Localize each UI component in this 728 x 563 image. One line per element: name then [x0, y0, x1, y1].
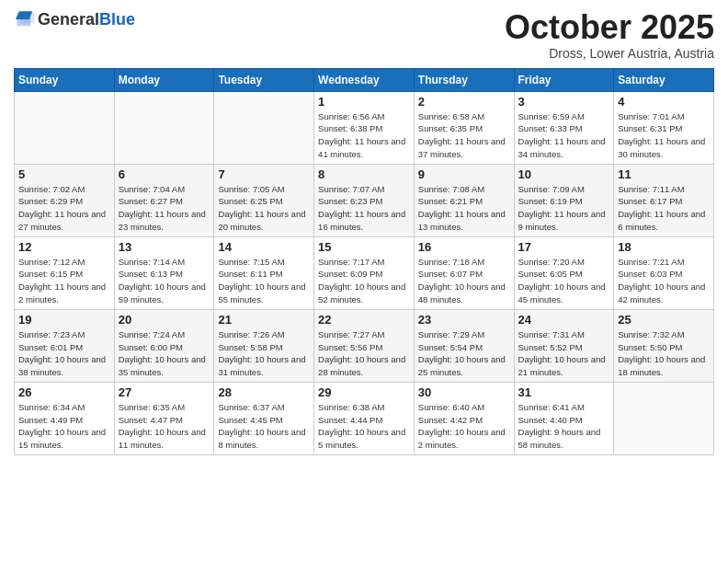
- day-number: 26: [18, 385, 110, 399]
- month-title: October 2025: [505, 9, 714, 46]
- day-number: 18: [618, 240, 710, 254]
- day-number: 31: [518, 385, 610, 399]
- location: Dross, Lower Austria, Austria: [505, 46, 714, 61]
- table-row: 27Sunrise: 6:35 AM Sunset: 4:47 PM Dayli…: [114, 382, 214, 454]
- day-info: Sunrise: 7:05 AM Sunset: 6:25 PM Dayligh…: [218, 183, 310, 234]
- calendar-week-row: 26Sunrise: 6:34 AM Sunset: 4:49 PM Dayli…: [15, 382, 714, 454]
- col-tuesday: Tuesday: [214, 68, 314, 91]
- col-saturday: Saturday: [614, 68, 714, 91]
- col-sunday: Sunday: [15, 68, 115, 91]
- day-info: Sunrise: 7:09 AM Sunset: 6:19 PM Dayligh…: [518, 183, 610, 234]
- header: GeneralBlue October 2025 Dross, Lower Au…: [14, 9, 714, 61]
- table-row: 31Sunrise: 6:41 AM Sunset: 4:40 PM Dayli…: [514, 382, 614, 454]
- table-row: 25Sunrise: 7:32 AM Sunset: 5:50 PM Dayli…: [614, 309, 714, 382]
- calendar-week-row: 12Sunrise: 7:12 AM Sunset: 6:15 PM Dayli…: [15, 236, 714, 309]
- day-number: 23: [418, 313, 510, 327]
- day-number: 5: [18, 167, 110, 181]
- day-info: Sunrise: 7:07 AM Sunset: 6:23 PM Dayligh…: [318, 183, 410, 234]
- day-number: 20: [119, 313, 210, 327]
- table-row: [15, 91, 115, 164]
- day-number: 1: [318, 95, 410, 109]
- logo-general: General: [38, 10, 99, 29]
- day-info: Sunrise: 6:40 AM Sunset: 4:42 PM Dayligh…: [418, 401, 510, 452]
- day-number: 3: [518, 95, 610, 109]
- col-monday: Monday: [114, 68, 214, 91]
- day-number: 28: [218, 385, 310, 399]
- table-row: 7Sunrise: 7:05 AM Sunset: 6:25 PM Daylig…: [214, 164, 314, 236]
- day-number: 19: [18, 313, 110, 327]
- day-info: Sunrise: 7:14 AM Sunset: 6:13 PM Dayligh…: [119, 256, 210, 306]
- table-row: 3Sunrise: 6:59 AM Sunset: 6:33 PM Daylig…: [514, 91, 614, 164]
- table-row: [214, 91, 314, 164]
- table-row: 23Sunrise: 7:29 AM Sunset: 5:54 PM Dayli…: [414, 309, 514, 382]
- table-row: 19Sunrise: 7:23 AM Sunset: 6:01 PM Dayli…: [15, 309, 115, 382]
- day-number: 14: [218, 240, 310, 254]
- day-info: Sunrise: 6:56 AM Sunset: 6:38 PM Dayligh…: [318, 110, 410, 161]
- day-info: Sunrise: 6:41 AM Sunset: 4:40 PM Dayligh…: [518, 401, 610, 452]
- col-friday: Friday: [514, 68, 614, 91]
- day-info: Sunrise: 6:37 AM Sunset: 4:45 PM Dayligh…: [218, 401, 310, 452]
- table-row: 29Sunrise: 6:38 AM Sunset: 4:44 PM Dayli…: [314, 382, 415, 454]
- day-number: 16: [418, 240, 510, 254]
- table-row: 18Sunrise: 7:21 AM Sunset: 6:03 PM Dayli…: [614, 236, 714, 309]
- day-info: Sunrise: 7:32 AM Sunset: 5:50 PM Dayligh…: [618, 328, 710, 379]
- day-info: Sunrise: 7:11 AM Sunset: 6:17 PM Dayligh…: [618, 183, 710, 234]
- day-info: Sunrise: 7:02 AM Sunset: 6:29 PM Dayligh…: [18, 183, 110, 234]
- day-info: Sunrise: 7:26 AM Sunset: 5:58 PM Dayligh…: [218, 328, 310, 379]
- day-number: 29: [318, 385, 410, 399]
- day-number: 4: [618, 95, 710, 109]
- day-number: 24: [518, 313, 610, 327]
- table-row: 9Sunrise: 7:08 AM Sunset: 6:21 PM Daylig…: [414, 164, 514, 236]
- table-row: 14Sunrise: 7:15 AM Sunset: 6:11 PM Dayli…: [214, 236, 314, 309]
- table-row: 10Sunrise: 7:09 AM Sunset: 6:19 PM Dayli…: [514, 164, 614, 236]
- logo-text: GeneralBlue: [38, 10, 135, 29]
- day-number: 27: [119, 385, 210, 399]
- table-row: 17Sunrise: 7:20 AM Sunset: 6:05 PM Dayli…: [514, 236, 614, 309]
- table-row: 12Sunrise: 7:12 AM Sunset: 6:15 PM Dayli…: [15, 236, 115, 309]
- day-number: 6: [119, 167, 210, 181]
- table-row: 8Sunrise: 7:07 AM Sunset: 6:23 PM Daylig…: [314, 164, 415, 236]
- table-row: 6Sunrise: 7:04 AM Sunset: 6:27 PM Daylig…: [114, 164, 214, 236]
- calendar: Sunday Monday Tuesday Wednesday Thursday…: [14, 68, 714, 455]
- table-row: 15Sunrise: 7:17 AM Sunset: 6:09 PM Dayli…: [314, 236, 415, 309]
- logo-icon: [16, 9, 36, 29]
- calendar-week-row: 19Sunrise: 7:23 AM Sunset: 6:01 PM Dayli…: [15, 309, 714, 382]
- day-info: Sunrise: 7:31 AM Sunset: 5:52 PM Dayligh…: [518, 328, 610, 379]
- col-thursday: Thursday: [414, 68, 514, 91]
- calendar-week-row: 1Sunrise: 6:56 AM Sunset: 6:38 PM Daylig…: [15, 91, 714, 164]
- day-number: 10: [518, 167, 610, 181]
- day-info: Sunrise: 7:21 AM Sunset: 6:03 PM Dayligh…: [618, 256, 710, 306]
- day-info: Sunrise: 7:01 AM Sunset: 6:31 PM Dayligh…: [618, 110, 710, 161]
- day-number: 22: [318, 313, 410, 327]
- day-number: 2: [418, 95, 510, 109]
- day-info: Sunrise: 6:38 AM Sunset: 4:44 PM Dayligh…: [318, 401, 410, 452]
- day-number: 25: [618, 313, 710, 327]
- day-number: 21: [218, 313, 310, 327]
- col-wednesday: Wednesday: [314, 68, 415, 91]
- day-info: Sunrise: 7:18 AM Sunset: 6:07 PM Dayligh…: [418, 256, 510, 306]
- day-info: Sunrise: 6:59 AM Sunset: 6:33 PM Dayligh…: [518, 110, 610, 161]
- day-number: 8: [318, 167, 410, 181]
- logo: GeneralBlue: [14, 9, 135, 29]
- day-number: 7: [218, 167, 310, 181]
- table-row: 1Sunrise: 6:56 AM Sunset: 6:38 PM Daylig…: [314, 91, 415, 164]
- table-row: 5Sunrise: 7:02 AM Sunset: 6:29 PM Daylig…: [15, 164, 115, 236]
- table-row: 24Sunrise: 7:31 AM Sunset: 5:52 PM Dayli…: [514, 309, 614, 382]
- table-row: 28Sunrise: 6:37 AM Sunset: 4:45 PM Dayli…: [214, 382, 314, 454]
- day-number: 17: [518, 240, 610, 254]
- day-info: Sunrise: 6:58 AM Sunset: 6:35 PM Dayligh…: [418, 110, 510, 161]
- table-row: [614, 382, 714, 454]
- day-number: 9: [418, 167, 510, 181]
- table-row: 22Sunrise: 7:27 AM Sunset: 5:56 PM Dayli…: [314, 309, 415, 382]
- table-row: 30Sunrise: 6:40 AM Sunset: 4:42 PM Dayli…: [414, 382, 514, 454]
- calendar-header-row: Sunday Monday Tuesday Wednesday Thursday…: [15, 68, 714, 91]
- day-number: 12: [18, 240, 110, 254]
- table-row: 20Sunrise: 7:24 AM Sunset: 6:00 PM Dayli…: [114, 309, 214, 382]
- logo-blue: Blue: [99, 10, 135, 29]
- day-number: 30: [418, 385, 510, 399]
- page: GeneralBlue October 2025 Dross, Lower Au…: [0, 0, 728, 469]
- table-row: 11Sunrise: 7:11 AM Sunset: 6:17 PM Dayli…: [614, 164, 714, 236]
- table-row: 21Sunrise: 7:26 AM Sunset: 5:58 PM Dayli…: [214, 309, 314, 382]
- day-info: Sunrise: 7:24 AM Sunset: 6:00 PM Dayligh…: [119, 328, 210, 379]
- calendar-week-row: 5Sunrise: 7:02 AM Sunset: 6:29 PM Daylig…: [15, 164, 714, 236]
